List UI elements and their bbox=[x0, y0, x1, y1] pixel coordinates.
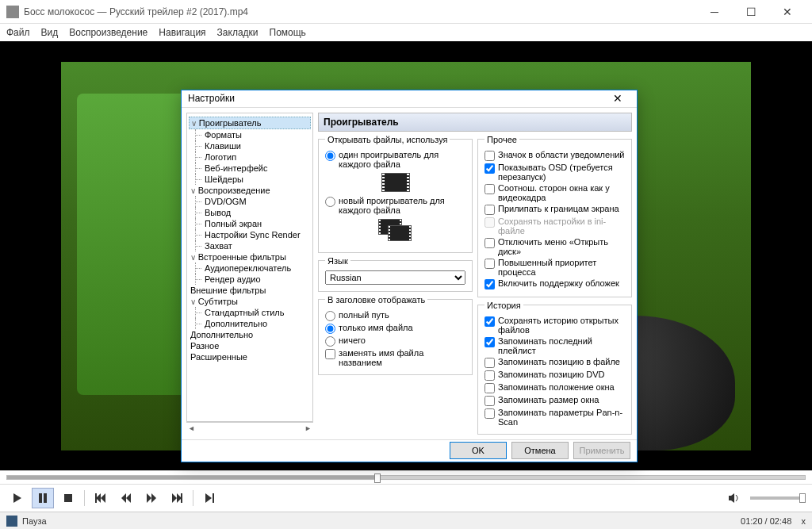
svg-rect-1 bbox=[39, 493, 42, 503]
film-single-icon bbox=[381, 173, 410, 192]
status-extra: x bbox=[802, 516, 806, 526]
check-ini: Сохранять настройки в ini-файле bbox=[485, 216, 625, 236]
menu-help[interactable]: Помощь bbox=[270, 27, 306, 38]
seek-thumb[interactable] bbox=[374, 473, 381, 483]
tree-additional[interactable]: Дополнительно bbox=[189, 329, 311, 340]
check-replace-title[interactable]: заменять имя файла названием bbox=[325, 347, 465, 368]
settings-tree[interactable]: Проигрыватель Форматы Клавиши Логотип Ве… bbox=[186, 113, 313, 422]
tree-keys[interactable]: Клавиши bbox=[189, 140, 311, 151]
status-state: Пауза bbox=[22, 516, 47, 526]
close-button[interactable]: ✕ bbox=[769, 0, 806, 24]
menu-navigation[interactable]: Навигация bbox=[159, 27, 205, 38]
tree-audiorender[interactable]: Рендер аудио bbox=[189, 274, 311, 285]
tree-advanced[interactable]: Расширенные bbox=[189, 351, 311, 362]
play-button[interactable] bbox=[6, 488, 29, 508]
pause-button[interactable] bbox=[32, 488, 54, 508]
check-winpos[interactable]: Запоминать положение окна bbox=[485, 381, 625, 394]
seek-track[interactable] bbox=[6, 475, 806, 480]
tree-dvd[interactable]: DVD/OGM bbox=[189, 196, 311, 207]
tree-playback[interactable]: Воспроизведение bbox=[189, 185, 311, 196]
settings-dialog: Настройки ✕ Проигрыватель Форматы Клавиш… bbox=[181, 90, 638, 462]
skip-back-button[interactable] bbox=[90, 488, 112, 508]
other-group: Прочее Значок в области уведомлений Пока… bbox=[477, 135, 632, 297]
check-recent[interactable]: Сохранять историю открытых файлов bbox=[485, 315, 625, 335]
status-time: 01:20 / 02:48 bbox=[741, 516, 791, 526]
svg-marker-0 bbox=[13, 493, 21, 503]
tree-sync[interactable]: Настройки Sync Render bbox=[189, 229, 311, 240]
tree-external[interactable]: Внешние фильтры bbox=[189, 285, 311, 296]
check-covers[interactable]: Включить поддержку обложек bbox=[485, 278, 625, 290]
svg-rect-2 bbox=[44, 493, 47, 503]
tree-subextra[interactable]: Дополнительно bbox=[189, 318, 311, 329]
tree-scrollbar[interactable]: ◄► bbox=[186, 422, 313, 435]
menu-playback[interactable]: Воспроизведение bbox=[69, 27, 147, 38]
volume-thumb[interactable] bbox=[799, 493, 806, 503]
tree-substd[interactable]: Стандартный стиль bbox=[189, 307, 311, 318]
check-osd[interactable]: Показывать OSD (требуется перезапуск) bbox=[485, 162, 625, 182]
radio-one-player[interactable]: один проигрыватель для каждого файла bbox=[325, 149, 465, 170]
tree-formats[interactable]: Форматы bbox=[189, 129, 311, 140]
radio-file-name[interactable]: только имя файла bbox=[325, 322, 465, 335]
svg-marker-8 bbox=[126, 493, 131, 503]
tree-output[interactable]: Вывод bbox=[189, 207, 311, 218]
volume-slider[interactable] bbox=[750, 496, 806, 500]
language-legend: Язык bbox=[325, 256, 350, 266]
seek-bar[interactable] bbox=[0, 470, 812, 485]
check-pos[interactable]: Запоминать позицию в файле bbox=[485, 356, 625, 369]
language-select[interactable]: Russian bbox=[325, 270, 465, 285]
window-title: Босс молокосос — Русский трейлер #2 (201… bbox=[24, 6, 696, 17]
check-aspect[interactable]: Соотнош. сторон окна как у видеокадра bbox=[485, 182, 625, 203]
check-pan[interactable]: Запоминать параметры Pan-n-Scan bbox=[485, 407, 625, 427]
maximize-button[interactable]: ☐ bbox=[733, 0, 769, 24]
volume-icon[interactable] bbox=[723, 488, 745, 508]
svg-marker-9 bbox=[147, 493, 151, 503]
panel-title: Проигрыватель bbox=[318, 113, 632, 132]
tree-webif[interactable]: Веб-интерфейс bbox=[189, 163, 311, 174]
svg-marker-10 bbox=[151, 493, 156, 503]
svg-marker-14 bbox=[205, 493, 212, 503]
tree-fullscreen[interactable]: Полный экран bbox=[189, 218, 311, 229]
status-icon bbox=[6, 516, 17, 527]
menu-bookmarks[interactable]: Закладки bbox=[217, 27, 259, 38]
svg-marker-7 bbox=[121, 493, 126, 503]
stop-button[interactable] bbox=[57, 488, 79, 508]
apply-button[interactable]: Применить bbox=[573, 442, 630, 459]
tree-logo[interactable]: Логотип bbox=[189, 151, 311, 163]
skip-forward-button[interactable] bbox=[166, 488, 188, 508]
check-priority[interactable]: Повышенный приоритет процесса bbox=[485, 257, 625, 278]
menu-file[interactable]: Файл bbox=[6, 27, 30, 38]
dialog-buttons: OK Отмена Применить bbox=[182, 439, 637, 462]
check-playlist[interactable]: Запоминать последний плейлист bbox=[485, 335, 625, 356]
radio-full-path[interactable]: полный путь bbox=[325, 309, 465, 322]
menu-bar: Файл Вид Воспроизведение Навигация Закла… bbox=[0, 24, 812, 41]
check-tray[interactable]: Значок в области уведомлений bbox=[485, 149, 625, 162]
forward-button[interactable] bbox=[140, 488, 163, 508]
radio-nothing[interactable]: ничего bbox=[325, 335, 465, 347]
tree-subtitles[interactable]: Субтитры bbox=[189, 296, 311, 307]
frame-step-button[interactable] bbox=[198, 488, 220, 508]
tree-misc[interactable]: Разное bbox=[189, 340, 311, 351]
check-disc[interactable]: Отключить меню «Открыть диск» bbox=[485, 236, 625, 257]
radio-new-player[interactable]: новый проигрыватель для каждого файла bbox=[325, 195, 465, 216]
svg-rect-3 bbox=[64, 494, 72, 502]
history-legend: История bbox=[485, 301, 523, 310]
title-display-legend: В заголовке отображать bbox=[325, 295, 427, 305]
dialog-close-button[interactable]: ✕ bbox=[605, 92, 630, 105]
playback-controls bbox=[0, 485, 812, 512]
open-files-legend: Открывать файлы, используя bbox=[325, 135, 450, 144]
tree-shaders[interactable]: Шейдеры bbox=[189, 174, 311, 185]
dialog-titlebar[interactable]: Настройки ✕ bbox=[182, 90, 637, 108]
check-snap[interactable]: Прилипать к границам экрана bbox=[485, 203, 625, 216]
cancel-button[interactable]: Отмена bbox=[511, 442, 569, 459]
menu-view[interactable]: Вид bbox=[41, 27, 59, 38]
tree-builtin[interactable]: Встроенные фильтры bbox=[189, 251, 311, 263]
rewind-button[interactable] bbox=[115, 488, 137, 508]
check-winsize[interactable]: Запоминать размер окна bbox=[485, 394, 625, 407]
settings-panel: Проигрыватель Открывать файлы, используя… bbox=[318, 113, 632, 435]
check-dvd-pos[interactable]: Запоминать позицию DVD bbox=[485, 369, 625, 381]
tree-audiosw[interactable]: Аудиопереключатель bbox=[189, 263, 311, 274]
ok-button[interactable]: OK bbox=[450, 442, 507, 459]
minimize-button[interactable]: ─ bbox=[696, 0, 733, 24]
tree-player[interactable]: Проигрыватель bbox=[189, 117, 311, 129]
tree-capture[interactable]: Захват bbox=[189, 240, 311, 251]
